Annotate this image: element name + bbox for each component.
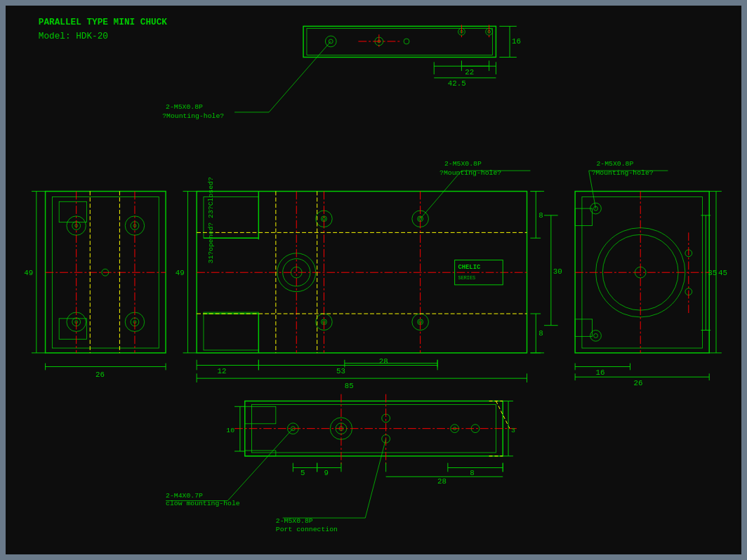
annot-mount-right: 2-M5X0.8P — [597, 160, 634, 168]
dim-28-front: 28 — [379, 357, 388, 366]
dim-5-bot: 5 — [300, 469, 305, 477]
annot-claw2: clow mounting-hole — [166, 500, 240, 507]
annot-open-close: 31?opened? 23?Closed? — [207, 177, 215, 263]
model-text: Model: HDK-20 — [39, 31, 108, 41]
dim-12: 12 — [218, 367, 227, 375]
title-text: PARALLEL TYPE MINI CHUCK — [39, 17, 168, 27]
annot-mount-right2: ?Mounting-hole? — [592, 169, 654, 177]
annot-mount-front-r2: ?Mounting-hole? — [439, 169, 501, 177]
dim-8-bot-r: 8 — [470, 469, 474, 477]
annot-port: 2-M5X0.8P — [276, 517, 313, 525]
dim-42-5: 42.5 — [448, 79, 466, 88]
dim-85: 85 — [345, 382, 354, 390]
dim-30: 30 — [553, 267, 562, 276]
dim-49-left: 49 — [24, 269, 33, 277]
dim-16-right: 16 — [596, 368, 605, 377]
dim-9-bot: 9 — [324, 469, 328, 477]
annot-claw: 2-M4X0.7P — [166, 492, 203, 500]
dim-45-right: 45 — [718, 269, 727, 277]
annot-mount-top2: ?Mounting-hole? — [162, 112, 224, 120]
svg-rect-0 — [8, 6, 740, 554]
dim-28-bot: 28 — [437, 477, 447, 486]
annot-port2: Port connection — [276, 526, 338, 533]
dim-53: 53 — [336, 367, 345, 375]
dim-26-left: 26 — [95, 371, 105, 379]
dim-16: 16 — [512, 37, 521, 46]
dim-26-right: 26 — [633, 379, 642, 387]
annot-mount-top: 2-M5X0.8P — [166, 103, 203, 111]
dim-35: 35 — [708, 269, 717, 277]
brand-sublabel: SERIES — [458, 275, 476, 281]
brand-label: CHELIC — [458, 264, 481, 271]
dim-8-bot: 8 — [538, 329, 543, 338]
dim-22: 22 — [465, 68, 474, 76]
dim-10-bot: 10 — [226, 427, 234, 434]
annot-mount-front-r: 2-M5X0.8P — [444, 160, 482, 168]
dim-49-front: 49 — [176, 269, 185, 277]
cad-drawing: PARALLEL TYPE MINI CHUCK Model: HDK-20 1… — [0, 0, 747, 560]
dim-8-top: 8 — [538, 211, 543, 220]
dim-3-bot: 3 — [511, 427, 515, 434]
